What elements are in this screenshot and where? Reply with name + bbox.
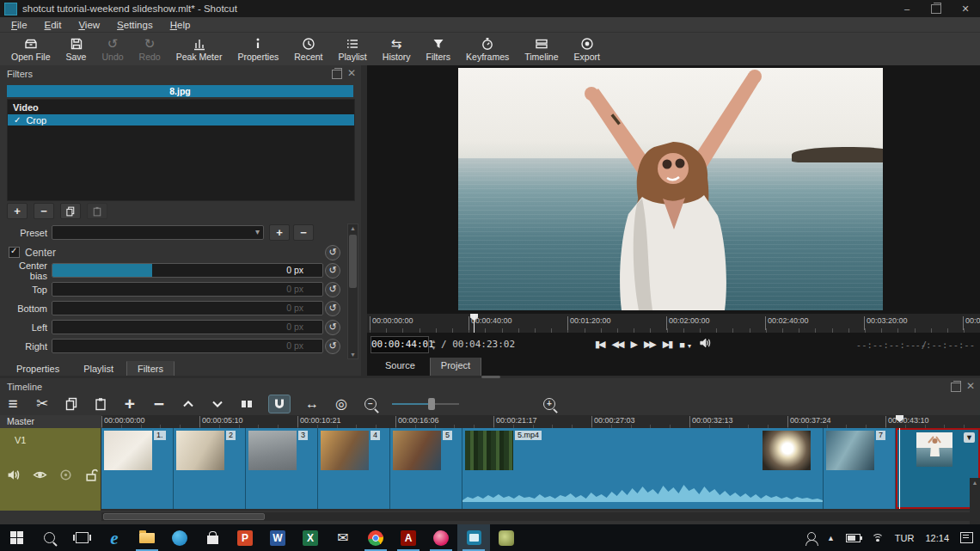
excel-button[interactable]: X: [294, 524, 327, 551]
master-track-label[interactable]: Master: [0, 415, 101, 428]
tray-expand-icon[interactable]: ▲: [827, 534, 835, 542]
recent-button[interactable]: Recent: [286, 34, 330, 65]
restore-button[interactable]: [922, 0, 951, 17]
start-button[interactable]: [0, 524, 33, 551]
filter-list[interactable]: Video ✓ Crop: [7, 99, 355, 201]
zoom-slider-thumb[interactable]: [428, 398, 435, 410]
append-icon[interactable]: +: [122, 395, 138, 413]
remove-filter-button[interactable]: −: [34, 203, 54, 219]
composite-icon[interactable]: [58, 468, 73, 482]
timecode-spinner[interactable]: ▲▼: [429, 336, 438, 353]
stop-button[interactable]: ■ ▾: [679, 340, 691, 350]
edge-button[interactable]: e: [98, 524, 131, 551]
reset-icon[interactable]: ↺: [325, 339, 340, 354]
paste-filters-button[interactable]: [87, 203, 107, 219]
copy-icon[interactable]: [64, 395, 79, 413]
minimize-button[interactable]: –: [892, 0, 922, 17]
center-bias-slider[interactable]: 0 px: [52, 263, 323, 278]
close-button[interactable]: ✕: [951, 0, 980, 17]
stop-menu-arrow-icon[interactable]: ▾: [688, 342, 691, 350]
reset-icon[interactable]: ↺: [325, 245, 340, 260]
float-panel-icon[interactable]: [951, 383, 961, 392]
timeline-clip-selected[interactable]: ▼: [896, 428, 980, 509]
timeline-horizontal-scrollbar[interactable]: [101, 512, 970, 521]
taskbar-search-button[interactable]: [33, 524, 65, 551]
delete-preset-button[interactable]: −: [293, 224, 314, 241]
timeline-clip[interactable]: 4: [318, 428, 390, 509]
undo-button[interactable]: ↺ Undo: [94, 34, 131, 65]
center-checkbox[interactable]: [9, 247, 20, 258]
top-field[interactable]: 0 px: [52, 282, 323, 297]
timeline-button[interactable]: Timeline: [517, 34, 566, 65]
timeline-menu-icon[interactable]: ≡: [5, 395, 21, 413]
zoom-slider[interactable]: [392, 403, 459, 405]
menu-help[interactable]: Help: [162, 19, 199, 31]
battery-icon[interactable]: [846, 534, 861, 542]
overwrite-icon[interactable]: [210, 395, 225, 413]
properties-button[interactable]: Properties: [230, 34, 286, 65]
menu-file[interactable]: File: [3, 19, 36, 31]
skip-to-start-button[interactable]: ▮◀: [595, 339, 604, 350]
zoom-in-icon[interactable]: +: [542, 395, 557, 413]
filter-checked-icon[interactable]: ✓: [14, 115, 21, 125]
fast-forward-button[interactable]: ▶▶: [644, 339, 655, 350]
close-panel-icon[interactable]: ✕: [966, 383, 975, 392]
play-button[interactable]: ▶: [630, 339, 635, 350]
keyframes-button[interactable]: Keyframes: [458, 34, 517, 65]
file-explorer-button[interactable]: [131, 524, 163, 551]
rewind-button[interactable]: ◀◀: [612, 339, 623, 350]
chrome-button[interactable]: [359, 524, 392, 551]
shotcut-taskbar-button[interactable]: [457, 524, 490, 551]
menu-settings[interactable]: Settings: [108, 19, 162, 31]
save-preset-button[interactable]: +: [269, 224, 290, 241]
timeline-clip[interactable]: 7: [824, 428, 896, 509]
history-button[interactable]: ⇆ History: [375, 34, 419, 65]
ripple-icon[interactable]: ◎: [334, 395, 349, 413]
tab-playlist[interactable]: Playlist: [72, 361, 125, 377]
people-icon[interactable]: [807, 532, 816, 541]
peak-meter-button[interactable]: Peak Meter: [168, 34, 230, 65]
redo-button[interactable]: ↻ Redo: [132, 34, 168, 65]
split-icon[interactable]: [239, 395, 254, 413]
player-ruler[interactable]: 00:00:00:00 00:00:40:00 00:01:20:00 00:0…: [367, 314, 980, 333]
filters-scrollbar[interactable]: ▲ ▼: [347, 223, 358, 359]
cut-icon[interactable]: ✂: [34, 395, 50, 413]
skip-to-end-button[interactable]: ▶▮: [663, 339, 672, 350]
timeline-clip-video[interactable]: 5.mp4: [462, 428, 824, 509]
bottom-field[interactable]: 0 px: [52, 301, 323, 315]
open-file-button[interactable]: Open File: [3, 34, 58, 65]
zoom-out-icon[interactable]: −: [363, 395, 378, 413]
preset-combobox[interactable]: ▾: [52, 225, 264, 240]
wifi-icon[interactable]: [872, 534, 884, 542]
reset-icon[interactable]: ↺: [325, 320, 340, 335]
current-timecode-field[interactable]: 00:00:44:01: [371, 336, 429, 353]
mute-icon[interactable]: [7, 468, 21, 482]
store-button[interactable]: [196, 524, 229, 551]
timeline-playhead-line[interactable]: [899, 428, 900, 509]
powerpoint-button[interactable]: P: [229, 524, 261, 551]
timeline-clip[interactable]: 3: [246, 428, 318, 509]
timeline-clip[interactable]: 5: [390, 428, 462, 509]
ripple-delete-icon[interactable]: −: [151, 395, 167, 413]
photos-button[interactable]: [425, 524, 457, 551]
add-filter-button[interactable]: +: [7, 203, 28, 219]
lift-icon[interactable]: [181, 395, 196, 413]
filters-button[interactable]: Filters: [418, 34, 458, 65]
left-field[interactable]: 0 px: [52, 320, 323, 334]
word-button[interactable]: W: [261, 524, 294, 551]
mail-button[interactable]: ✉: [327, 524, 359, 551]
acrobat-button[interactable]: A: [392, 524, 425, 551]
timeline-clip[interactable]: 2: [174, 428, 246, 509]
scrollbar-thumb[interactable]: [103, 513, 265, 520]
scrub-while-dragging-icon[interactable]: ↔: [304, 395, 320, 413]
paste-icon[interactable]: [93, 395, 108, 413]
reset-icon[interactable]: ↺: [325, 301, 340, 316]
right-field[interactable]: 0 px: [52, 339, 323, 353]
menu-edit[interactable]: Edit: [36, 19, 70, 31]
tab-properties[interactable]: Properties: [5, 361, 70, 377]
track-head-v1[interactable]: V1: [0, 428, 101, 511]
paint-button[interactable]: [490, 524, 523, 551]
tab-filters[interactable]: Filters: [126, 361, 175, 377]
reset-icon[interactable]: ↺: [325, 263, 340, 279]
menu-view[interactable]: View: [70, 19, 108, 31]
